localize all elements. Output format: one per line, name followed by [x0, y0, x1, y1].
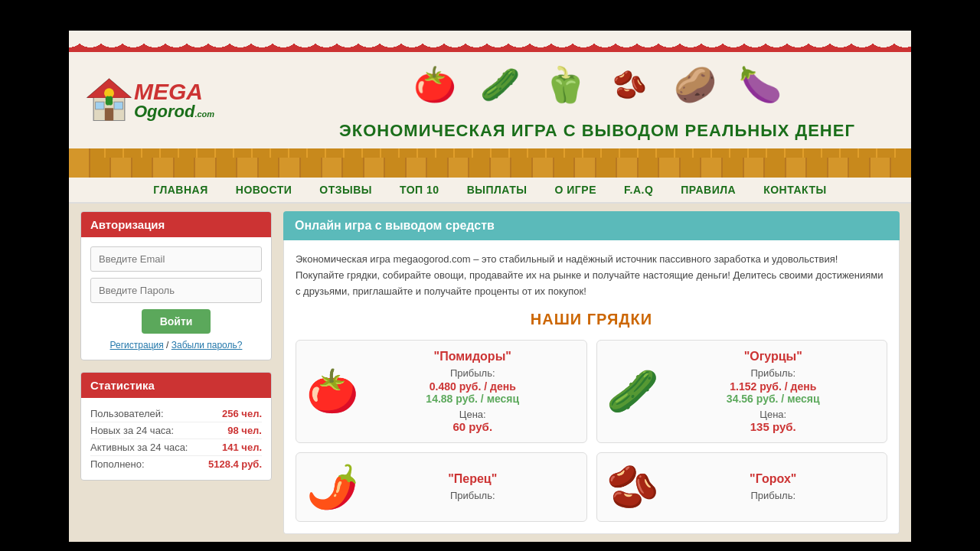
stats-label-deposited: Пополнено: [90, 458, 145, 470]
vegetables-row: 🍅 🥒 🫑 🫘 🥔 🍆 [410, 60, 785, 109]
pea-icon: 🫘 [605, 60, 655, 109]
logo-text: MEGA Ogorod.com [134, 80, 214, 120]
nav-item-contacts[interactable]: КОНТАКТЫ [750, 184, 840, 196]
product-price-label-tomatoes: Цена: [368, 409, 577, 420]
forgot-password-link[interactable]: Забыли пароль? [172, 340, 243, 350]
nav-item-reviews[interactable]: ОТЗЫВЫ [305, 184, 386, 196]
product-info-peas: "Горох" Прибыль: [669, 472, 878, 503]
product-icon-pepper: 🌶️ [305, 462, 359, 512]
product-icon-cucumbers: 🥒 [606, 367, 660, 416]
bell-pepper-icon: 🫑 [540, 60, 590, 109]
product-profit-label-pepper: Прибыль: [368, 490, 577, 501]
product-card-pepper[interactable]: 🌶️ "Перец" Прибыль: [296, 452, 587, 522]
nav-link-faq[interactable]: F.A.Q [610, 179, 667, 201]
product-price-value-tomatoes: 60 руб. [368, 420, 577, 433]
eggplant-icon: 🍆 [735, 60, 785, 109]
content-body: Экономическая игра megaogorod.com – это … [283, 240, 900, 534]
black-bar-bottom [0, 542, 980, 551]
stats-row-active: Активных за 24 часа: 141 чел. [90, 439, 262, 456]
page-wrapper: MEGA Ogorod.com 🍅 🥒 🫑 🫘 🥔 🍆 ЭКОНОМИЧЕСКА… [69, 31, 911, 542]
svg-rect-4 [96, 102, 104, 109]
sidebar: Авторизация Войти Регистрация / Забыли п… [80, 211, 272, 534]
nav-link-top10[interactable]: ТОП 10 [386, 179, 453, 201]
product-price-value-cucumbers: 135 руб. [669, 420, 878, 433]
nav-link-about[interactable]: О ИГРЕ [541, 179, 610, 201]
nav-item-rules[interactable]: ПРАВИЛА [667, 184, 750, 196]
header: MEGA Ogorod.com 🍅 🥒 🫑 🫘 🥔 🍆 ЭКОНОМИЧЕСКА… [69, 52, 911, 145]
product-icon-tomatoes: 🍅 [305, 367, 359, 416]
nav-item-top10[interactable]: ТОП 10 [386, 184, 453, 196]
stats-table: Пользователей: 256 чел. Новых за 24 часа… [81, 398, 271, 480]
nav-link-home[interactable]: ГЛАВНАЯ [139, 179, 221, 201]
product-name-pepper: "Перец" [368, 472, 577, 486]
logo-house-icon [84, 76, 134, 126]
potato-icon: 🥔 [670, 60, 720, 109]
nav-link-contacts[interactable]: КОНТАКТЫ [750, 179, 840, 201]
nav-link-payments[interactable]: ВЫПЛАТЫ [453, 179, 541, 201]
product-info-pepper: "Перец" Прибыль: [368, 472, 577, 503]
nav-link-news[interactable]: НОВОСТИ [222, 179, 306, 201]
products-grid: 🍅 "Помидоры" Прибыль: 0.480 руб. / день … [296, 340, 887, 522]
auth-separator: / [166, 340, 172, 350]
product-profit-label-peas: Прибыль: [669, 490, 878, 501]
password-field[interactable] [90, 278, 262, 303]
nav-item-about[interactable]: О ИГРЕ [541, 184, 610, 196]
nav-list: ГЛАВНАЯ НОВОСТИ ОТЗЫВЫ ТОП 10 ВЫПЛАТЫ О … [69, 178, 911, 202]
svg-rect-5 [114, 102, 122, 109]
stats-row-new: Новых за 24 часа: 98 чел. [90, 422, 262, 439]
product-price-label-cucumbers: Цена: [669, 409, 878, 420]
product-name-peas: "Горох" [669, 472, 878, 486]
content-header: Онлайн игра с выводом средств [283, 211, 900, 240]
product-icon-peas: 🫘 [606, 462, 660, 512]
nav: ГЛАВНАЯ НОВОСТИ ОТЗЫВЫ ТОП 10 ВЫПЛАТЫ О … [69, 178, 911, 204]
product-card-cucumbers[interactable]: 🥒 "Огурцы" Прибыль: 1.152 руб. / день 34… [596, 340, 888, 443]
auth-title: Авторизация [81, 212, 271, 237]
auth-body: Войти Регистрация / Забыли пароль? [81, 237, 271, 360]
stats-value-deposited: 5128.4 руб. [208, 458, 262, 470]
product-profit-month-cucumbers: 34.56 руб. / месяц [669, 393, 878, 405]
product-card-peas[interactable]: 🫘 "Горох" Прибыль: [596, 452, 888, 522]
nav-item-news[interactable]: НОВОСТИ [222, 184, 306, 196]
black-bar-top [0, 0, 980, 31]
product-profit-day-cucumbers: 1.152 руб. / день [669, 380, 878, 393]
nav-link-rules[interactable]: ПРАВИЛА [667, 179, 750, 201]
stats-section: Статистика Пользователей: 256 чел. Новых… [80, 372, 272, 481]
fence-pickets [69, 148, 911, 178]
stats-label-users: Пользователей: [90, 408, 164, 419]
logo-ogorod: Ogorod.com [134, 103, 214, 120]
nav-link-reviews[interactable]: ОТЗЫВЫ [305, 179, 386, 201]
header-center: 🍅 🥒 🫑 🫘 🥔 🍆 ЭКОНОМИЧЕСКАЯ ИГРА С ВЫВОДОМ… [299, 60, 896, 141]
nav-item-faq[interactable]: F.A.Q [610, 184, 667, 196]
stats-value-new: 98 чел. [227, 425, 262, 436]
register-link[interactable]: Регистрация [110, 340, 164, 350]
stats-label-new: Новых за 24 часа: [90, 425, 174, 436]
svg-rect-3 [105, 108, 113, 120]
tomato-icon: 🍅 [410, 60, 459, 109]
stats-value-active: 141 чел. [222, 442, 262, 453]
tagline: ЭКОНОМИЧЕСКАЯ ИГРА С ВЫВОДОМ РЕАЛЬНЫХ ДЕ… [339, 121, 855, 141]
product-name-tomatoes: "Помидоры" [368, 350, 577, 364]
scallop-border [69, 31, 911, 52]
fence [69, 148, 911, 178]
product-profit-label-cucumbers: Прибыль: [669, 367, 878, 379]
product-card-tomatoes[interactable]: 🍅 "Помидоры" Прибыль: 0.480 руб. / день … [296, 340, 587, 443]
nav-item-payments[interactable]: ВЫПЛАТЫ [453, 184, 541, 196]
product-info-tomatoes: "Помидоры" Прибыль: 0.480 руб. / день 14… [368, 350, 577, 433]
stats-value-users: 256 чел. [222, 408, 262, 419]
logo-area: MEGA Ogorod.com [84, 76, 299, 126]
auth-section: Авторизация Войти Регистрация / Забыли п… [80, 211, 272, 360]
logo-mega: MEGA [134, 80, 214, 103]
email-field[interactable] [90, 246, 262, 272]
product-profit-day-tomatoes: 0.480 руб. / день [368, 380, 577, 393]
stats-title: Статистика [81, 373, 271, 398]
intro-text: Экономическая игра megaogorod.com – это … [296, 252, 887, 299]
cucumber-icon: 🥒 [475, 60, 524, 109]
beds-title: НАШИ ГРЯДКИ [296, 311, 887, 328]
login-button[interactable]: Войти [142, 309, 211, 334]
main-content: Авторизация Войти Регистрация / Забыли п… [69, 204, 911, 542]
auth-links: Регистрация / Забыли пароль? [90, 340, 262, 350]
product-name-cucumbers: "Огурцы" [669, 350, 878, 364]
nav-item-home[interactable]: ГЛАВНАЯ [139, 184, 221, 196]
stats-row-users: Пользователей: 256 чел. [90, 406, 262, 422]
stats-row-deposited: Пополнено: 5128.4 руб. [90, 456, 262, 472]
